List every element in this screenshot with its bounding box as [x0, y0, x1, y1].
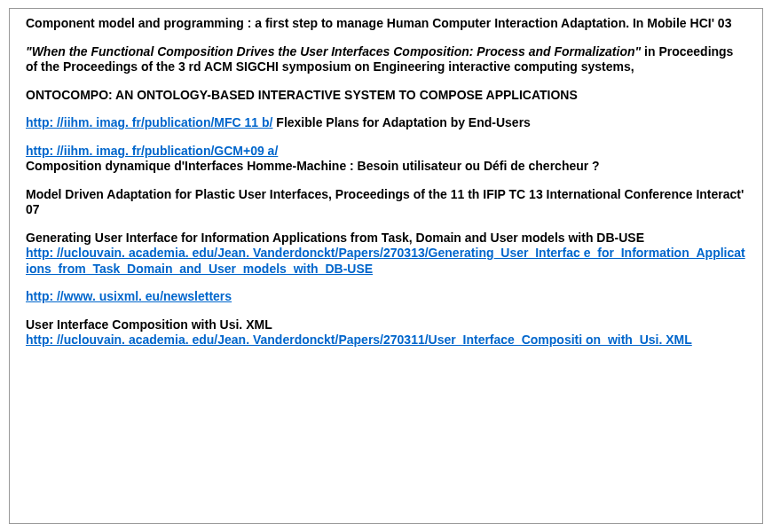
reference-link-9[interactable]: http: //uclouvain. academia. edu/Jean. V… [26, 332, 692, 347]
reference-entry-2: "When the Functional Composition Drives … [26, 44, 746, 75]
reference-after-4: Flexible Plans for Adaptation by End-Use… [272, 115, 530, 129]
reference-entry-1: Component model and programming : a firs… [26, 16, 746, 32]
slide-frame: Component model and programming : a firs… [9, 8, 763, 524]
reference-after-5: Composition dynamique d'Interfaces Homme… [26, 159, 600, 173]
reference-entry-9: User Interface Composition with Usi. XML… [26, 317, 746, 348]
reference-link-4[interactable]: http: //iihm. imag. fr/publication/MFC 1… [26, 115, 272, 129]
reference-text-3: ONTOCOMPO: AN ONTOLOGY-BASED INTERACTIVE… [26, 88, 578, 102]
reference-text-9: User Interface Composition with Usi. XML [26, 317, 272, 332]
reference-italic-2: "When the Functional Composition Drives … [26, 44, 641, 59]
reference-entry-6: Model Driven Adaptation for Plastic User… [26, 187, 746, 218]
reference-text-7: Generating User Interface for Informatio… [26, 231, 644, 245]
reference-entry-8: http: //www. usixml. eu/newsletters [26, 289, 746, 305]
reference-link-8[interactable]: http: //www. usixml. eu/newsletters [26, 289, 232, 303]
reference-entry-7: Generating User Interface for Informatio… [26, 231, 746, 278]
reference-link-5[interactable]: http: //iihm. imag. fr/publication/GCM+0… [26, 144, 278, 158]
reference-entry-5: http: //iihm. imag. fr/publication/GCM+0… [26, 144, 746, 175]
reference-text-1: Component model and programming : a firs… [26, 16, 731, 30]
reference-entry-4: http: //iihm. imag. fr/publication/MFC 1… [26, 115, 746, 131]
reference-text-6: Model Driven Adaptation for Plastic User… [26, 187, 744, 217]
reference-entry-3: ONTOCOMPO: AN ONTOLOGY-BASED INTERACTIVE… [26, 88, 746, 104]
reference-link-7[interactable]: http: //uclouvain. academia. edu/Jean. V… [26, 246, 745, 276]
